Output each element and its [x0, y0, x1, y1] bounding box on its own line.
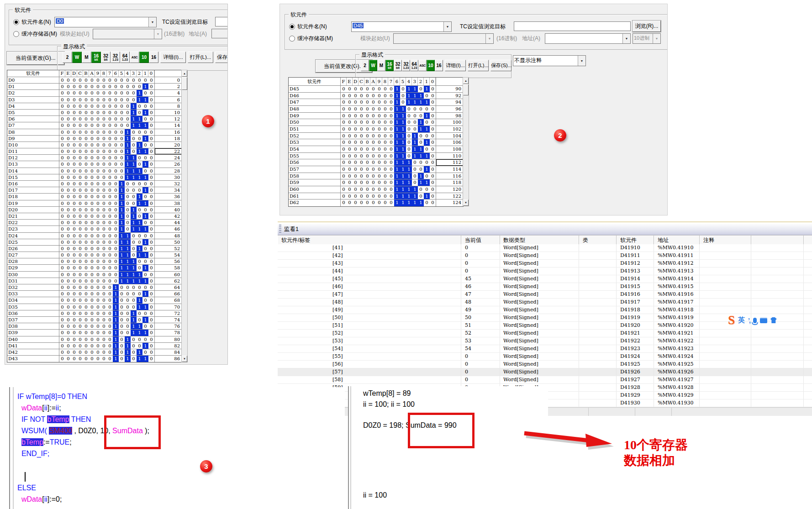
bit-cell[interactable]: 0	[65, 336, 71, 342]
bit-cell[interactable]: 0	[125, 194, 131, 199]
bit-cell[interactable]: 0	[424, 159, 430, 166]
bit-cell[interactable]: 0	[89, 187, 95, 193]
watch-row[interactable]: [46]46Word[Signed]D41915%MW0.41915	[278, 283, 812, 291]
bit-cell[interactable]: 0	[131, 84, 137, 89]
value-cell[interactable]: 18	[154, 136, 182, 142]
bit-cell[interactable]: 0	[382, 179, 388, 186]
value-cell[interactable]: 52	[154, 246, 182, 252]
bit-cell[interactable]: 0	[359, 99, 364, 105]
bit-cell[interactable]: 1	[137, 246, 142, 252]
bit-cell[interactable]: 0	[89, 278, 95, 284]
bit-cell[interactable]: 0	[83, 349, 89, 355]
bit-cell[interactable]: 1	[119, 233, 125, 239]
bit-cell[interactable]: 0	[59, 252, 65, 258]
bit-cell[interactable]: 0	[83, 233, 89, 239]
bit-cell[interactable]: 0	[148, 122, 154, 128]
change-current-value-button[interactable]: 当前值更改(G)...	[7, 52, 64, 65]
bit-cell[interactable]: 0	[95, 323, 101, 329]
bit-cell[interactable]: 1	[113, 284, 119, 290]
bit-cell[interactable]: 0	[148, 258, 154, 264]
device-cell[interactable]: D33	[7, 291, 59, 297]
value-cell[interactable]: 38	[154, 200, 182, 206]
bit-cell[interactable]: 0	[71, 97, 77, 103]
bit-cell[interactable]: 0	[59, 246, 65, 252]
bit-cell[interactable]: 1	[131, 103, 137, 109]
device-cell[interactable]: D11	[7, 148, 59, 154]
bit-cell[interactable]: 0	[119, 110, 125, 115]
bit-cell[interactable]: 0	[125, 297, 131, 303]
bit-cell[interactable]: 1	[131, 122, 137, 128]
bit-cell[interactable]: 0	[89, 284, 95, 290]
bit-cell[interactable]: 1	[131, 213, 137, 219]
open-button[interactable]: 打开(L)...	[468, 60, 489, 71]
device-cell[interactable]: D50	[289, 119, 341, 126]
value-cell[interactable]: 122	[436, 193, 463, 199]
bit-cell[interactable]: 0	[95, 252, 101, 258]
bit-cell[interactable]: 0	[77, 97, 83, 103]
bit-cell[interactable]: 1	[137, 116, 142, 122]
bit-cell[interactable]: 1	[418, 146, 424, 152]
bit-cell[interactable]: 0	[59, 116, 65, 122]
bit-cell[interactable]: 0	[376, 86, 382, 92]
device-cell[interactable]: D59	[289, 179, 341, 186]
device-cell[interactable]: D42	[7, 349, 59, 355]
device-cell[interactable]: D39	[7, 330, 59, 336]
bit-cell[interactable]: 0	[430, 99, 436, 105]
bit-cell[interactable]: 0	[71, 233, 77, 239]
bit-cell[interactable]: 0	[388, 173, 394, 179]
bit-cell[interactable]: 0	[113, 174, 119, 180]
bit-cell[interactable]: 1	[424, 139, 430, 146]
bit-cell[interactable]: 0	[83, 291, 89, 297]
bit-cell[interactable]: 0	[382, 126, 388, 132]
bit-cell[interactable]: 0	[119, 330, 125, 336]
bit-cell[interactable]: 0	[95, 297, 101, 303]
bit-cell[interactable]: 0	[107, 155, 113, 161]
bit-cell[interactable]: 0	[65, 252, 71, 258]
bit-cell[interactable]: 0	[148, 297, 154, 303]
bit-cell[interactable]: 0	[382, 133, 388, 139]
bit-cell[interactable]: 0	[107, 297, 113, 303]
bit-cell[interactable]: 0	[388, 99, 394, 105]
bit-cell[interactable]: 0	[107, 207, 113, 213]
value-cell[interactable]: 124	[436, 199, 463, 206]
format-ascii-button[interactable]: ASC	[130, 52, 139, 63]
bit-cell[interactable]: 0	[119, 297, 125, 303]
bit-cell[interactable]: 1	[131, 310, 137, 316]
bit-cell[interactable]: 0	[89, 142, 95, 148]
bit-cell[interactable]: 0	[89, 110, 95, 115]
bit-cell[interactable]: 0	[376, 159, 382, 166]
bit-cell[interactable]: 0	[125, 304, 131, 310]
bit-cell[interactable]: 1	[131, 258, 137, 264]
bit-cell[interactable]: 0	[95, 226, 101, 232]
bit-cell[interactable]: 1	[125, 258, 131, 264]
ime-toolbar[interactable]: S 英 ’,	[728, 314, 777, 326]
device-cell[interactable]: D54	[289, 146, 341, 152]
bit-cell[interactable]: 0	[71, 317, 77, 323]
bit-cell[interactable]: 1	[137, 220, 142, 226]
bit-cell[interactable]: 0	[418, 86, 424, 92]
bit-cell[interactable]: 0	[59, 323, 65, 329]
bit-cell[interactable]: 0	[71, 284, 77, 290]
bit-cell[interactable]: 1	[418, 93, 424, 99]
bit-cell[interactable]: 0	[89, 168, 95, 174]
bit-cell[interactable]: 0	[89, 323, 95, 329]
browse-button[interactable]: 浏览(R)...	[633, 21, 661, 32]
bit-cell[interactable]: 0	[148, 265, 154, 271]
bit-cell[interactable]: 0	[382, 119, 388, 126]
bit-cell[interactable]: 0	[95, 336, 101, 342]
bit-cell[interactable]: 0	[101, 77, 107, 83]
bit-cell[interactable]: 0	[71, 77, 77, 83]
bit-cell[interactable]: 1	[424, 166, 430, 173]
bit-cell[interactable]: 1	[394, 133, 400, 139]
bit-cell[interactable]: 0	[418, 113, 424, 119]
value-cell[interactable]: 84	[154, 349, 182, 355]
value-cell[interactable]: 106	[436, 139, 463, 146]
bit-cell[interactable]: 0	[119, 291, 125, 297]
bit-cell[interactable]: 0	[142, 181, 148, 187]
bit-cell[interactable]: 0	[59, 142, 65, 148]
bit-cell[interactable]: 0	[359, 179, 364, 186]
bit-cell[interactable]: 0	[430, 193, 436, 199]
bit-cell[interactable]: 0	[113, 110, 119, 115]
bit-cell[interactable]: 0	[142, 103, 148, 109]
bit-cell[interactable]: 0	[59, 122, 65, 128]
